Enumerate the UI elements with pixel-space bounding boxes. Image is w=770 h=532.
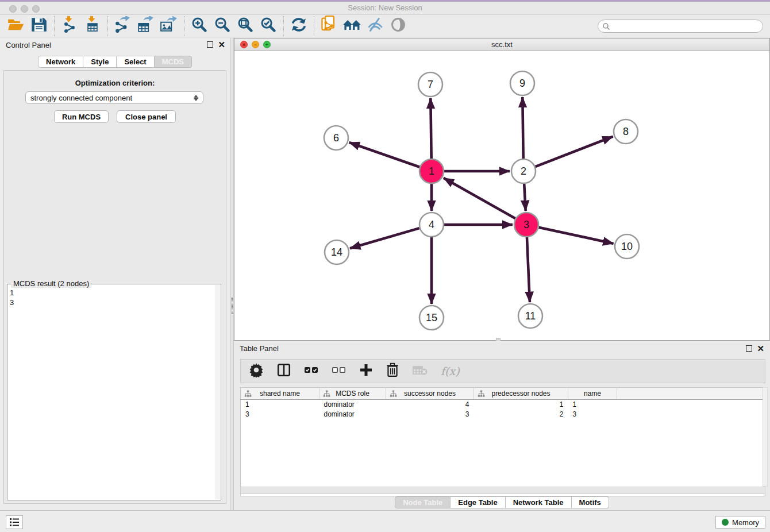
mcds-result-scrollbar[interactable] (215, 285, 220, 499)
zoom-out-button[interactable] (211, 17, 234, 35)
toolbar-separator (184, 16, 184, 36)
panel-splitter[interactable] (230, 38, 234, 510)
clone-network-button[interactable] (318, 17, 341, 35)
export-image-button[interactable] (157, 17, 180, 35)
export-network-button[interactable] (111, 17, 134, 35)
zoom-fit-button[interactable] (234, 17, 257, 35)
search-input[interactable] (598, 20, 763, 33)
tab-motifs[interactable]: Motifs (572, 496, 609, 508)
tab-edge-table[interactable]: Edge Table (451, 496, 505, 508)
tab-network-table[interactable]: Network Table (506, 496, 572, 508)
home-button[interactable] (341, 17, 364, 35)
tab-select[interactable]: Select (117, 56, 154, 68)
float-panel-icon[interactable] (207, 41, 213, 48)
list-icon (9, 518, 20, 527)
export-table-button[interactable] (134, 17, 157, 35)
splitter-grip-icon[interactable] (231, 298, 233, 314)
mcds-result-text[interactable]: 1 3 (10, 288, 14, 307)
network-canvas[interactable]: 7968124314101511 (234, 51, 769, 340)
tab-style[interactable]: Style (83, 56, 117, 68)
network-close-button[interactable]: × (240, 41, 248, 48)
memory-button[interactable]: Memory (715, 516, 765, 529)
table-panel-header: Table Panel ✕ (234, 341, 770, 356)
cell[interactable]: 2 (474, 410, 568, 419)
column-header-predecessor-nodes[interactable]: predecessor nodes (474, 388, 568, 400)
column-header-MCDS-role[interactable]: MCDS role (319, 388, 386, 400)
zoom-in-button[interactable] (188, 17, 211, 35)
columns-icon (276, 363, 291, 380)
optimization-criterion-select[interactable]: strongly connected component (25, 91, 203, 104)
network-maximize-button[interactable]: + (263, 41, 271, 48)
edge-1-6[interactable] (349, 142, 420, 167)
import-table-icon (84, 16, 101, 36)
float-table-panel-icon[interactable] (746, 345, 752, 352)
columns-button[interactable] (276, 363, 291, 379)
cell[interactable]: dominator (319, 400, 386, 410)
refresh-button[interactable] (287, 17, 310, 35)
minimize-window-button[interactable] (21, 5, 28, 13)
zoom-window-button[interactable] (32, 5, 40, 13)
cell[interactable]: 3 (386, 410, 474, 419)
node-table-header: shared nameMCDS rolesuccessor nodesprede… (241, 388, 765, 400)
delete-row-button[interactable] (386, 363, 399, 379)
tab-node-table[interactable]: Node Table (395, 496, 451, 508)
network-minimize-button[interactable]: − (252, 41, 259, 48)
save-button[interactable] (28, 17, 51, 35)
table-row[interactable]: 1dominator411 (241, 400, 765, 410)
edge-2-3[interactable] (524, 184, 526, 211)
cell[interactable]: 1 (241, 400, 319, 410)
network-window-title: scc.txt (234, 38, 769, 51)
network-window-titlebar[interactable]: × − + scc.txt (234, 38, 769, 51)
zoom-fit-icon (237, 16, 254, 36)
import-network-button[interactable] (58, 17, 81, 35)
refresh-icon (290, 17, 307, 35)
network-graph[interactable]: 7968124314101511 (234, 51, 769, 340)
export-network-icon (114, 16, 132, 36)
edge-3-11[interactable] (527, 237, 530, 302)
select-all-button[interactable] (304, 363, 319, 379)
edge-3-1[interactable] (444, 178, 515, 218)
deselect-all-button[interactable] (332, 363, 346, 379)
search-icon (602, 22, 610, 30)
toolbar-separator (314, 16, 314, 36)
close-panel-icon[interactable]: ✕ (218, 40, 225, 49)
open-folder-button[interactable] (5, 17, 28, 35)
delete-table-icon (412, 364, 428, 378)
tab-mcds[interactable]: MCDS (155, 56, 192, 68)
table-vertical-scrollbar[interactable] (763, 387, 768, 487)
edge-2-8[interactable] (536, 137, 613, 167)
column-header-name[interactable]: name (568, 388, 617, 400)
cell[interactable]: dominator (319, 410, 386, 419)
edge-4-14[interactable] (350, 228, 419, 248)
column-label: MCDS role (336, 390, 369, 398)
cell[interactable]: 1 (568, 400, 617, 410)
home-icon (342, 17, 362, 34)
cell[interactable]: 4 (386, 400, 474, 410)
table-horizontal-scrollbar[interactable] (240, 487, 765, 494)
import-table-button[interactable] (81, 17, 104, 35)
table-row[interactable]: 3dominator323 (241, 410, 765, 419)
close-table-panel-icon[interactable]: ✕ (757, 344, 764, 353)
task-history-button[interactable] (6, 515, 23, 529)
show-view-button[interactable] (387, 17, 410, 35)
close-window-button[interactable] (9, 5, 17, 13)
optimization-criterion-value: strongly connected component (30, 94, 132, 102)
cell[interactable]: 3 (568, 410, 617, 419)
zoom-selected-button[interactable] (257, 17, 280, 35)
cell[interactable]: 3 (241, 410, 319, 419)
hide-style-button[interactable] (364, 17, 387, 35)
gear-button[interactable] (249, 363, 264, 379)
cell[interactable]: 1 (474, 400, 568, 410)
edge-2-9[interactable] (522, 97, 523, 159)
node-label-4: 4 (429, 219, 434, 230)
add-row-button[interactable] (359, 363, 373, 379)
export-image-icon (160, 16, 178, 36)
node-label-7: 7 (428, 79, 433, 90)
edge-3-10[interactable] (538, 228, 613, 244)
column-header-successor-nodes[interactable]: successor nodes (386, 388, 474, 400)
tab-network[interactable]: Network (38, 56, 83, 68)
close-panel-button[interactable]: Close panel (117, 110, 176, 123)
column-header-shared-name[interactable]: shared name (241, 388, 319, 400)
edge-1-7[interactable] (430, 98, 431, 159)
run-mcds-button[interactable]: Run MCDS (54, 110, 109, 123)
